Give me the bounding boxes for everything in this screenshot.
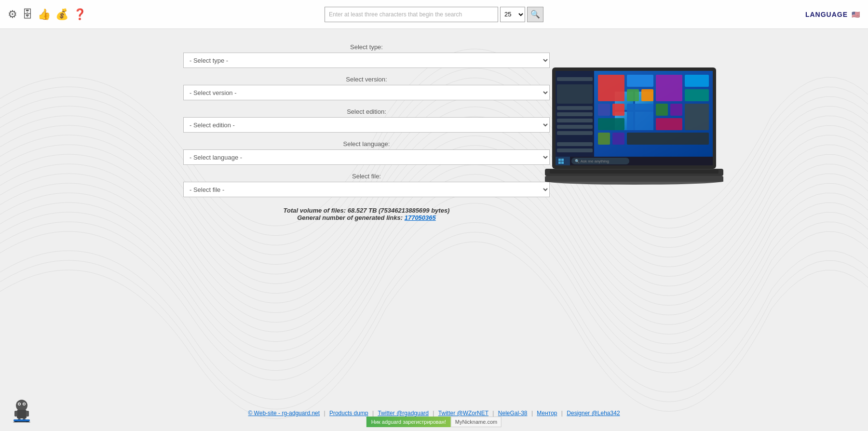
svg-rect-48 (545, 176, 723, 182)
search-icon: 🔍 (530, 10, 540, 19)
svg-rect-16 (557, 77, 593, 81)
svg-rect-7 (561, 159, 564, 161)
version-label: Select version: (183, 76, 550, 83)
form-section: Select type: - Select type - Select vers… (174, 39, 559, 226)
svg-rect-30 (685, 75, 709, 87)
svg-rect-39 (656, 118, 682, 130)
header-icons: ⚙ 🗄 👍 💰 ❓ (8, 8, 86, 21)
results-count-select[interactable]: 25 50 100 (500, 7, 525, 22)
mascot-svg (10, 398, 34, 422)
settings-icon[interactable]: ⚙ (8, 8, 17, 21)
separator-4: | (492, 410, 494, 417)
language-group: Select language: - Select language - (183, 140, 550, 165)
laptop-svg: 🔍 Ask me anything (545, 67, 723, 186)
money-icon[interactable]: 💰 (55, 8, 68, 21)
svg-rect-31 (685, 89, 709, 101)
separator-1: | (324, 410, 325, 417)
flag-icon: 🇺🇸 (852, 11, 860, 18)
footer-link-website[interactable]: © Web-site - rg-adguard.net (248, 410, 320, 417)
svg-point-53 (24, 404, 25, 405)
svg-rect-40 (598, 133, 610, 145)
search-button[interactable]: 🔍 (527, 7, 543, 22)
language-select-label: Select language: (183, 140, 550, 148)
svg-rect-37 (685, 104, 709, 130)
svg-rect-27 (627, 89, 639, 101)
svg-point-52 (19, 404, 20, 405)
svg-rect-54 (17, 410, 27, 418)
links-label: General number of generated links: (297, 214, 405, 221)
edition-select[interactable]: - Select edition - (183, 117, 550, 133)
database-icon[interactable]: 🗄 (22, 8, 33, 21)
total-volume: Total volume of files: 68.527 TB (753462… (183, 207, 550, 214)
svg-rect-9 (561, 162, 564, 164)
svg-rect-28 (641, 89, 653, 101)
separator-6: | (561, 410, 563, 417)
version-select[interactable]: - Select version - (183, 85, 550, 100)
footer-link-mentor[interactable]: Ментор (537, 410, 557, 417)
links-count-value[interactable]: 177050365 (405, 214, 436, 221)
footer-link-products[interactable]: Products dump (329, 410, 368, 417)
svg-rect-24 (557, 148, 593, 152)
type-group: Select type: - Select type - (183, 43, 550, 68)
separator-3: | (433, 410, 434, 417)
edition-label: Select edition: (183, 108, 550, 115)
main-content: Select type: - Select type - Select vers… (0, 29, 868, 236)
search-area: 25 50 100 🔍 (325, 7, 543, 22)
svg-rect-20 (557, 119, 593, 122)
footer-links: © Web-site - rg-adguard.net | Products d… (0, 410, 868, 417)
svg-rect-38 (598, 118, 624, 130)
svg-rect-8 (558, 162, 561, 164)
svg-rect-21 (557, 125, 593, 129)
footer-link-twitter-wz[interactable]: Twitter @WZorNET (438, 410, 488, 417)
stats-section: Total volume of files: 68.527 TB (753462… (183, 207, 550, 221)
type-label: Select type: (183, 43, 550, 51)
footer-link-twitter-rg[interactable]: Twitter @rgadguard (378, 410, 429, 417)
version-group: Select version: - Select version - (183, 76, 550, 100)
type-select[interactable]: - Select type - (183, 53, 550, 68)
help-icon[interactable]: ❓ (73, 8, 86, 21)
svg-rect-33 (612, 104, 624, 116)
language-select[interactable]: - Select language - (183, 149, 550, 165)
bottom-badge: Ник adguard зарегистрирован! MyNickname.… (366, 417, 502, 427)
svg-rect-62 (14, 419, 30, 421)
svg-rect-18 (557, 106, 593, 110)
footer: © Web-site - rg-adguard.net | Products d… (0, 410, 868, 417)
svg-rect-26 (627, 75, 653, 87)
svg-text:🔍 Ask me anything: 🔍 Ask me anything (575, 159, 609, 163)
svg-rect-23 (557, 142, 593, 146)
search-input[interactable] (325, 7, 498, 22)
svg-rect-36 (670, 104, 682, 116)
svg-rect-17 (557, 84, 593, 104)
header: ⚙ 🗄 👍 💰 ❓ 25 50 100 🔍 LANGUAGE 🇺🇸 (0, 0, 868, 29)
file-group: Select file: - Select file - (183, 173, 550, 197)
mascot (10, 398, 34, 426)
svg-rect-29 (656, 75, 682, 101)
svg-rect-35 (656, 104, 668, 116)
language-label: LANGUAGE (805, 11, 848, 18)
svg-rect-46 (550, 170, 719, 174)
file-label: Select file: (183, 173, 550, 180)
svg-rect-22 (557, 131, 593, 135)
svg-rect-19 (557, 112, 593, 116)
separator-2: | (372, 410, 374, 417)
svg-rect-32 (598, 104, 610, 116)
edition-group: Select edition: - Select edition - (183, 108, 550, 133)
badge-site[interactable]: MyNickname.com (451, 417, 502, 427)
links-count: General number of generated links: 17705… (183, 214, 550, 221)
laptop-image: 🔍 Ask me anything (545, 67, 723, 188)
svg-rect-55 (14, 411, 17, 417)
file-select[interactable]: - Select file - (183, 182, 550, 197)
language-selector[interactable]: LANGUAGE 🇺🇸 (805, 11, 860, 18)
footer-link-designer[interactable]: Designer @Leha342 (567, 410, 620, 417)
footer-link-nelegal[interactable]: NeleGal-38 (498, 410, 528, 417)
like-icon[interactable]: 👍 (38, 8, 51, 21)
separator-5: | (531, 410, 533, 417)
svg-point-49 (16, 400, 27, 411)
svg-rect-42 (627, 133, 709, 145)
svg-rect-34 (627, 104, 653, 130)
svg-rect-25 (598, 75, 624, 101)
badge-text: Ник adguard зарегистрирован! (366, 417, 451, 427)
svg-rect-56 (26, 411, 29, 417)
svg-rect-6 (558, 159, 561, 161)
svg-rect-41 (612, 133, 624, 145)
